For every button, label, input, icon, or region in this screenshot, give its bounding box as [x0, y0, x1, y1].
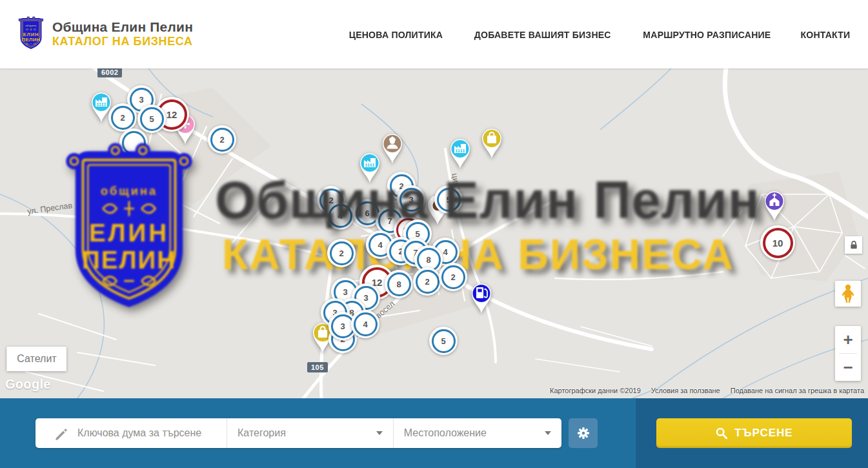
map-cluster-marker[interactable]: 5 — [429, 327, 458, 355]
padlock-icon — [847, 239, 860, 252]
emblem-line1-text: ЕЛИН — [23, 32, 39, 37]
municipality-emblem-icon: община ЕЛИН ПЕЛИН — [16, 15, 46, 52]
site-title: Община Елин Пелин — [52, 19, 193, 35]
pencil-icon — [54, 426, 68, 440]
advanced-settings-button[interactable] — [569, 418, 598, 448]
zoom-in-button[interactable]: + — [835, 326, 861, 353]
search-button[interactable]: ТЪРСЕНЕ — [656, 418, 852, 448]
zoom-control: + − — [835, 326, 861, 381]
satellite-view-button[interactable]: Сателит — [6, 347, 66, 371]
nav-add-business[interactable]: ДОБАВЕТЕ ВАШИЯТ БИЗНЕС — [474, 29, 611, 40]
map-cluster-marker[interactable]: 2 — [327, 239, 356, 267]
nav-route-schedule[interactable]: МАРШРУТНО РАЗПИСАНИЕ — [643, 29, 771, 40]
emblem-line2-text: ПЕЛИН — [22, 37, 41, 43]
pegman-icon — [840, 284, 856, 303]
map-type-control: Карта Сателит — [6, 347, 66, 371]
nav-contacts[interactable]: КОНТАКТИ — [801, 29, 851, 40]
search-button-label: ТЪРСЕНЕ — [734, 427, 792, 440]
map-cluster-marker[interactable]: 10 — [760, 225, 795, 260]
attribution-copyright: Картографски данни ©2019 — [550, 387, 641, 394]
zoom-out-button[interactable]: − — [835, 354, 861, 381]
emblem-top-text: община — [25, 25, 37, 27]
location-select-value: Местоположение — [404, 427, 487, 439]
main-nav: ЦЕНОВА ПОЛИТИКА ДОБАВЕТЕ ВАШИЯТ БИЗНЕС М… — [346, 0, 852, 68]
site-header: община ЕЛИН ПЕЛИН Община Елин Пелин КАТА… — [0, 0, 868, 68]
search-form: Категория Местоположение — [35, 418, 561, 448]
site-logo[interactable]: община ЕЛИН ПЕЛИН Община Елин Пелин КАТА… — [16, 15, 193, 52]
chevron-down-icon — [376, 431, 383, 435]
map-pin-fuel[interactable] — [467, 278, 496, 314]
search-bar: Категория Местоположение ТЪРСЕНЕ — [0, 398, 868, 468]
google-map[interactable]: 6002 105 ул. Преслав бул. „Новосел ция“ … — [0, 68, 868, 398]
site-subtitle: КАТАЛОГ НА БИЗНЕСА — [52, 35, 193, 48]
map-cluster-marker[interactable]: 2 — [413, 267, 441, 296]
terms-link[interactable]: Условия за ползване — [651, 387, 720, 394]
map-cluster-marker[interactable]: 8 — [385, 270, 413, 298]
report-error-link[interactable]: Подаване на сигнал за грешка в картата — [731, 387, 864, 394]
category-select-value: Категория — [237, 427, 286, 439]
google-logo[interactable]: Google — [5, 377, 51, 392]
search-icon — [715, 427, 728, 440]
map-cluster-marker[interactable]: 4 — [351, 310, 379, 338]
map-markers-layer-front: 5422748128223383234510 — [0, 68, 868, 398]
chevron-down-icon — [545, 431, 551, 435]
lock-button[interactable] — [845, 236, 862, 254]
keyword-field-wrap — [35, 418, 227, 448]
keyword-input[interactable] — [76, 427, 227, 440]
street-view-pegman-button[interactable] — [835, 281, 861, 307]
gear-icon — [575, 425, 592, 442]
location-select[interactable]: Местоположение — [393, 418, 561, 448]
category-select[interactable]: Категория — [227, 418, 393, 448]
nav-pricing-policy[interactable]: ЦЕНОВА ПОЛИТИКА — [349, 29, 443, 40]
map-attribution: Картографски данни ©2019 Условия за полз… — [550, 387, 864, 394]
map-cluster-marker[interactable]: 2 — [439, 263, 467, 291]
